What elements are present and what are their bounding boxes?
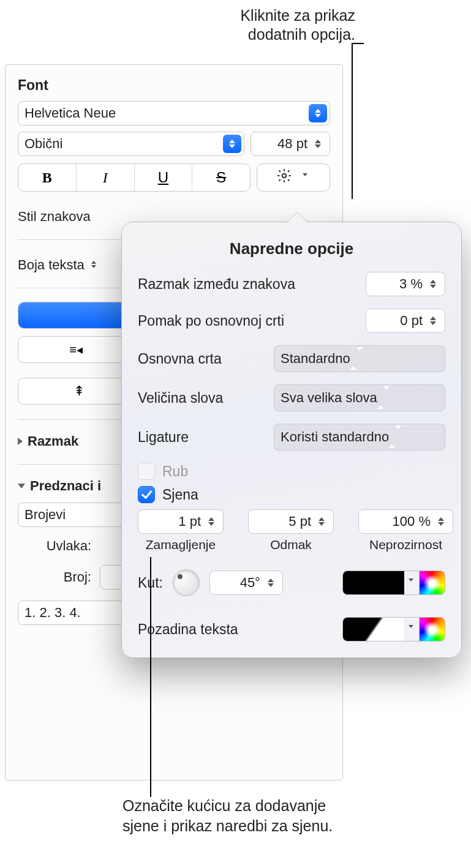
font-style-select[interactable]: Obični (18, 132, 244, 156)
shadow-checkbox[interactable] (138, 486, 155, 503)
caps-row: Veličina slova Sva velika slova (138, 384, 445, 411)
bold-button[interactable]: B (18, 164, 77, 191)
valign-top-icon: ⇞ (73, 383, 85, 399)
stepper-arrows-icon (202, 512, 220, 531)
stepper-arrows-icon (312, 512, 331, 531)
gear-icon (276, 168, 292, 187)
font-section-title: Font (18, 77, 330, 94)
baseline-shift-label: Pomak po osnovnoj crti (138, 313, 284, 329)
opacity-stepper[interactable]: 100 % (358, 509, 453, 534)
blur-value: 1 pt (178, 514, 201, 529)
caps-value: Sva velika slova (281, 390, 377, 406)
text-bg-label: Pozadina teksta (138, 621, 238, 638)
caps-select[interactable]: Sva velika slova (274, 384, 445, 411)
chevron-updown-icon (350, 351, 363, 367)
callout-line-top (352, 43, 353, 199)
advanced-options-popover: Napredne opcije Razmak između znakova 3 … (121, 222, 462, 658)
ligatures-row: Ligature Koristi standardno (138, 424, 445, 451)
chevron-down-icon (18, 484, 25, 488)
stepper-arrows-icon (309, 135, 327, 153)
indent-segmented-control: ≡◂ (18, 336, 134, 363)
shadow-label: Sjena (162, 487, 198, 503)
popover-title: Napredne opcije (138, 239, 445, 258)
color-picker-button[interactable] (419, 618, 445, 642)
offset-value: 5 pt (288, 514, 311, 529)
text-bg-color-well[interactable] (343, 618, 404, 642)
number-label: Broj: (18, 569, 91, 585)
char-spacing-label: Razmak između znakova (138, 276, 295, 293)
angle-value: 45° (240, 575, 260, 591)
advanced-options-button[interactable] (257, 163, 330, 192)
font-size-value: 48 pt (277, 136, 307, 152)
text-bg-row: Pozadina teksta (138, 617, 445, 642)
chevron-updown-icon (309, 104, 327, 122)
list-style-value: Brojevi (24, 507, 66, 523)
italic-button[interactable]: I (77, 164, 135, 191)
stepper-arrows-icon (262, 574, 280, 592)
shadow-color-control (342, 571, 445, 595)
shadow-row[interactable]: Sjena (138, 486, 445, 503)
ligatures-value: Koristi standardno (281, 429, 389, 445)
number-format-value: 1. 2. 3. 4. (24, 605, 81, 621)
font-size-stepper[interactable]: 48 pt (251, 132, 330, 156)
stepper-arrows-icon (432, 512, 450, 531)
baseline-shift-value: 0 pt (400, 313, 423, 329)
opacity-label: Neprozirnost (369, 537, 442, 552)
chevron-down-icon (300, 173, 311, 182)
outdent-icon: ≡◂ (69, 342, 83, 357)
color-picker-button[interactable] (419, 571, 445, 595)
style-segmented-control: B I U S (18, 163, 251, 192)
text-color-label: Boja teksta (18, 257, 85, 273)
font-family-select[interactable]: Helvetica Neue (18, 101, 330, 125)
underline-button[interactable]: U (135, 164, 193, 191)
spacing-label: Razmak (28, 433, 78, 449)
char-spacing-row: Razmak između znakova 3 % (138, 272, 445, 296)
chevron-updown-icon (88, 261, 99, 269)
angle-row: Kut: 45° (138, 569, 445, 596)
stepper-arrows-icon (424, 275, 442, 293)
opacity-value: 100 % (393, 514, 431, 529)
chevron-updown-icon (377, 390, 390, 406)
shadow-controls-row: 1 pt Zamagljenje 5 pt Odmak 100 % Neproz… (138, 509, 445, 552)
baseline-row: Osnovna crta Standardno (138, 345, 445, 372)
offset-label: Odmak (270, 537, 312, 552)
shadow-color-well[interactable] (343, 571, 404, 595)
char-spacing-value: 3 % (399, 276, 423, 292)
indent-label: Uvlaka: (18, 538, 91, 554)
ligatures-select[interactable]: Koristi standardno (274, 424, 445, 451)
chevron-updown-icon (223, 135, 241, 153)
chevron-right-icon (18, 438, 23, 445)
outdent-button[interactable]: ≡◂ (18, 337, 134, 362)
font-style-value: Obični (24, 136, 62, 152)
outline-label: Rub (162, 463, 188, 480)
baseline-shift-row: Pomak po osnovnoj crti 0 pt (138, 309, 445, 333)
character-style-label: Stil znakova (18, 209, 91, 225)
angle-dial[interactable] (173, 569, 200, 596)
baseline-select[interactable]: Standardno (274, 345, 445, 372)
baseline-shift-stepper[interactable]: 0 pt (366, 309, 445, 333)
char-spacing-stepper[interactable]: 3 % (366, 272, 445, 296)
chevron-down-icon[interactable] (405, 625, 416, 634)
outline-row[interactable]: Rub (138, 463, 445, 480)
baseline-value: Standardno (281, 351, 350, 367)
stepper-arrows-icon (424, 312, 442, 330)
svg-point-0 (282, 174, 287, 178)
strikethrough-button[interactable]: S (192, 164, 250, 191)
font-family-value: Helvetica Neue (24, 105, 116, 121)
ligatures-label: Ligature (138, 429, 189, 446)
angle-stepper[interactable]: 45° (209, 571, 283, 595)
outline-checkbox[interactable] (138, 463, 155, 480)
bullets-label: Predznaci i (30, 478, 101, 494)
chevron-updown-icon (389, 429, 401, 445)
text-bg-color-control (342, 617, 445, 642)
callout-bottom: Označite kućicu za dodavanje sjene i pri… (122, 796, 337, 836)
baseline-label: Osnovna crta (138, 351, 222, 367)
callout-top: Kliknite za prikaz dodatnih opcija. (196, 6, 355, 45)
blur-stepper[interactable]: 1 pt (138, 509, 224, 534)
blur-label: Zamagljenje (146, 537, 216, 552)
caps-label: Veličina slova (138, 390, 223, 406)
offset-stepper[interactable]: 5 pt (248, 509, 334, 534)
chevron-down-icon[interactable] (405, 578, 416, 587)
